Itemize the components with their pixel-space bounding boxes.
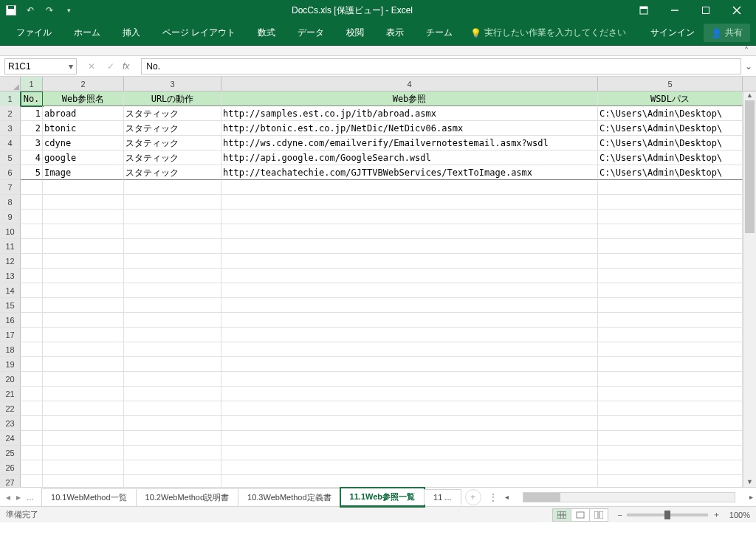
tab-view[interactable]: 表示 xyxy=(376,22,414,44)
cell[interactable] xyxy=(598,357,743,372)
cell[interactable] xyxy=(43,431,124,446)
cell[interactable] xyxy=(221,357,598,372)
col-header-1[interactable]: 1 xyxy=(21,77,43,91)
cell[interactable]: google xyxy=(43,151,124,165)
cell[interactable] xyxy=(124,210,221,224)
name-box[interactable]: R1C1 ▾ xyxy=(4,58,77,75)
row-header[interactable]: 6 xyxy=(0,165,21,180)
cell[interactable] xyxy=(124,298,221,313)
zoom-knob[interactable] xyxy=(664,511,670,519)
cell[interactable]: スタティック xyxy=(124,165,221,180)
cell[interactable] xyxy=(598,328,743,342)
cell[interactable] xyxy=(124,254,221,269)
cell[interactable] xyxy=(124,357,221,372)
cell[interactable] xyxy=(221,372,598,387)
row-header[interactable]: 27 xyxy=(0,475,21,487)
cell[interactable]: C:\Users\Admin\Desktop\ xyxy=(598,165,743,180)
cell[interactable] xyxy=(43,224,124,239)
zoom-level[interactable]: 100% xyxy=(729,511,750,519)
cell[interactable] xyxy=(221,446,598,460)
cell[interactable] xyxy=(43,387,124,401)
zoom-in-button[interactable]: ＋ xyxy=(712,509,721,520)
cell[interactable] xyxy=(21,210,43,224)
cell[interactable] xyxy=(21,239,43,254)
cell[interactable]: スタティック xyxy=(124,106,221,121)
cell[interactable] xyxy=(21,283,43,298)
cell[interactable] xyxy=(43,328,124,342)
tab-insert[interactable]: 挿入 xyxy=(112,22,151,44)
cell[interactable]: http://btonic.est.co.jp/NetDic/NetDicv06… xyxy=(221,121,598,136)
cell[interactable]: Web参照名 xyxy=(43,91,124,106)
cell[interactable] xyxy=(124,342,221,357)
cell[interactable] xyxy=(221,269,598,283)
cell[interactable] xyxy=(124,460,221,475)
cell[interactable]: URLの動作 xyxy=(124,91,221,106)
row-header[interactable]: 18 xyxy=(0,342,21,357)
cell[interactable] xyxy=(124,387,221,401)
cell[interactable] xyxy=(43,269,124,283)
sheet-nav-first-icon[interactable]: ◂ xyxy=(4,492,12,502)
cell[interactable] xyxy=(21,416,43,431)
zoom-slider[interactable] xyxy=(627,513,708,516)
cell[interactable]: http://samples.est.co.jp/itb/abroad.asmx xyxy=(221,106,598,121)
cell[interactable] xyxy=(598,431,743,446)
cell[interactable]: Web参照 xyxy=(221,91,598,106)
scroll-right-icon[interactable]: ▸ xyxy=(746,493,756,501)
cell[interactable] xyxy=(124,328,221,342)
cell[interactable] xyxy=(598,460,743,475)
tell-me-search[interactable]: 💡 実行したい作業を入力してください xyxy=(470,27,626,39)
formula-expand-icon[interactable]: ⌄ xyxy=(741,61,756,72)
row-header[interactable]: 14 xyxy=(0,283,21,298)
cell[interactable] xyxy=(21,269,43,283)
col-header-2[interactable]: 2 xyxy=(43,77,124,91)
sheet-tab-11-1[interactable]: 11.1Web参照一覧 xyxy=(340,488,425,507)
row-header[interactable]: 13 xyxy=(0,269,21,283)
tab-review[interactable]: 校閲 xyxy=(336,22,374,44)
view-normal-icon[interactable] xyxy=(552,508,571,522)
cell[interactable] xyxy=(124,269,221,283)
cell[interactable]: スタティック xyxy=(124,136,221,151)
qat-customize-icon[interactable]: ▾ xyxy=(62,4,75,17)
cell[interactable] xyxy=(43,180,124,195)
cell[interactable] xyxy=(43,342,124,357)
sheet-tab-10-2[interactable]: 10.2WebMethod説明書 xyxy=(136,488,239,506)
cell[interactable]: 5 xyxy=(21,165,43,180)
cell[interactable] xyxy=(598,401,743,416)
save-icon[interactable] xyxy=(4,4,18,17)
row-header[interactable]: 11 xyxy=(0,239,21,254)
row-header[interactable]: 12 xyxy=(0,254,21,269)
cell[interactable] xyxy=(21,372,43,387)
cell[interactable] xyxy=(43,401,124,416)
cell[interactable] xyxy=(598,210,743,224)
row-header[interactable]: 21 xyxy=(0,387,21,401)
cell[interactable]: C:\Users\Admin\Desktop\ xyxy=(598,106,743,121)
cell[interactable] xyxy=(221,387,598,401)
row-header[interactable]: 2 xyxy=(0,106,21,121)
chevron-down-icon[interactable]: ▾ xyxy=(69,61,73,72)
cell[interactable] xyxy=(43,283,124,298)
cell[interactable] xyxy=(21,298,43,313)
cell[interactable] xyxy=(43,372,124,387)
cell[interactable]: btonic xyxy=(43,121,124,136)
cell[interactable] xyxy=(21,357,43,372)
row-header[interactable]: 25 xyxy=(0,446,21,460)
row-header[interactable]: 4 xyxy=(0,136,21,151)
row-header[interactable]: 19 xyxy=(0,357,21,372)
tab-home[interactable]: ホーム xyxy=(63,22,111,44)
cell[interactable] xyxy=(43,210,124,224)
row-header[interactable]: 26 xyxy=(0,460,21,475)
cell[interactable] xyxy=(598,372,743,387)
sheet-tab-11[interactable]: 11 ... xyxy=(424,489,461,505)
select-all-corner[interactable] xyxy=(0,77,21,91)
cell[interactable] xyxy=(43,357,124,372)
cell[interactable] xyxy=(124,416,221,431)
cell[interactable] xyxy=(21,180,43,195)
zoom-out-button[interactable]: − xyxy=(617,511,622,519)
col-header-4[interactable]: 4 xyxy=(221,77,598,91)
cell[interactable] xyxy=(21,224,43,239)
cell[interactable] xyxy=(598,475,743,487)
cancel-formula-icon[interactable]: ✕ xyxy=(84,61,99,72)
cell[interactable] xyxy=(598,254,743,269)
row-header[interactable]: 22 xyxy=(0,401,21,416)
cell[interactable] xyxy=(221,460,598,475)
